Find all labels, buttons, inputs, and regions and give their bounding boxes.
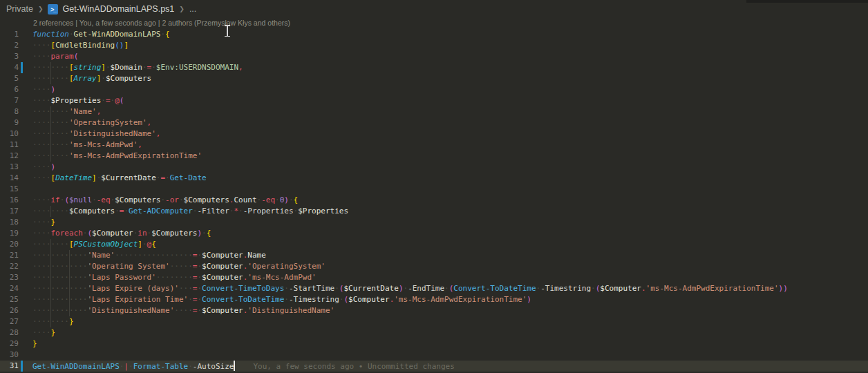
code-line[interactable]: 9········'OperatingSystem',: [0, 117, 868, 128]
code-line[interactable]: 6····): [0, 84, 868, 95]
line-number[interactable]: 23: [0, 272, 19, 283]
code-text[interactable]: ········'ms-Mcs-AdmPwd',: [23, 140, 868, 151]
indent-guide: [50, 283, 51, 294]
line-number[interactable]: 18: [0, 217, 19, 228]
line-number[interactable]: 30: [0, 350, 19, 361]
code-text[interactable]: [23, 184, 868, 195]
line-number[interactable]: 29: [0, 338, 19, 350]
code-text[interactable]: ····): [23, 162, 868, 173]
code-line[interactable]: 27········}: [0, 316, 868, 327]
line-number[interactable]: 10: [0, 128, 19, 140]
line-number[interactable]: 12: [0, 151, 19, 162]
code-text[interactable]: ············'Name'·················=·$Co…: [23, 250, 868, 261]
code-line[interactable]: 18····}: [0, 217, 868, 228]
line-number[interactable]: 15: [0, 184, 19, 195]
code-text[interactable]: ····$Properties·=·@(: [23, 95, 868, 106]
code-line[interactable]: 29}: [0, 338, 868, 350]
line-number[interactable]: 3: [0, 51, 19, 62]
code-text[interactable]: ········'DistinguishedName',: [23, 128, 868, 140]
code-text[interactable]: ············'Laps Expiration Time'·=·Con…: [23, 294, 868, 305]
code-line[interactable]: 24············'Laps Expire (days)'···=·C…: [0, 283, 868, 294]
breadcrumb-file[interactable]: Get-WinADDomainLAPS.ps1: [62, 4, 174, 14]
code-line[interactable]: 20········[PSCustomObject]·@{: [0, 239, 868, 250]
breadcrumb-folder[interactable]: Private: [6, 4, 33, 14]
code-line[interactable]: 17········$Computers·=·Get-ADComputer·-F…: [0, 206, 868, 217]
code-text[interactable]: function·Get-WinADDomainLAPS·{: [23, 29, 868, 40]
code-line[interactable]: 3····param(: [0, 51, 868, 62]
line-number[interactable]: 4: [0, 62, 19, 73]
breadcrumb-symbol[interactable]: ...: [189, 4, 196, 14]
code-text[interactable]: ····foreach·($Computer·in·$Computers)·{: [23, 228, 868, 239]
code-line[interactable]: 13····): [0, 162, 868, 173]
code-text[interactable]: Get-WinADDomainLAPS·|·Format-Table·-Auto…: [23, 361, 868, 372]
code-text[interactable]: ····param(: [23, 51, 868, 62]
code-line[interactable]: 26············'DistinguishedName'····=·$…: [0, 305, 868, 316]
line-number[interactable]: 1: [0, 29, 19, 40]
code-text[interactable]: ····}: [23, 327, 868, 338]
code-text[interactable]: ········[Array]·$Computers: [23, 73, 868, 84]
line-number[interactable]: 2: [0, 40, 19, 51]
code-text[interactable]: [23, 350, 868, 361]
code-line[interactable]: 7····$Properties·=·@(: [0, 95, 868, 106]
code-line[interactable]: 1function·Get-WinADDomainLAPS·{: [0, 29, 868, 40]
code-text[interactable]: ····if·($null·-eq·$Computers·-or·$Comput…: [23, 195, 868, 206]
code-text[interactable]: ········'OperatingSystem',: [23, 117, 868, 128]
code-line[interactable]: 11········'ms-Mcs-AdmPwd',: [0, 140, 868, 151]
code-line[interactable]: 16····if·($null·-eq·$Computers·-or·$Comp…: [0, 195, 868, 206]
codelens[interactable]: 2 references | You, a few seconds ago | …: [0, 18, 868, 29]
code-line[interactable]: 30: [0, 350, 868, 361]
code-line[interactable]: 5········[Array]·$Computers: [0, 73, 868, 84]
code-line[interactable]: 31Get-WinADDomainLAPS·|·Format-Table·-Au…: [0, 361, 868, 372]
code-text[interactable]: ····[CmdletBinding()]: [23, 40, 868, 51]
code-line[interactable]: 22············'Operating System'·····=·$…: [0, 261, 868, 272]
line-number[interactable]: 14: [0, 173, 19, 184]
code-text[interactable]: ········}: [23, 316, 868, 327]
code-text[interactable]: }: [23, 338, 868, 350]
line-number[interactable]: 16: [0, 195, 19, 206]
code-line[interactable]: 10········'DistinguishedName',: [0, 128, 868, 140]
code-text[interactable]: ········'Name',: [23, 106, 868, 117]
line-number[interactable]: 13: [0, 162, 19, 173]
line-number[interactable]: 7: [0, 95, 19, 106]
code-text[interactable]: ············'Laps Expire (days)'···=·Con…: [23, 283, 868, 294]
code-line[interactable]: 8········'Name',: [0, 106, 868, 117]
line-number[interactable]: 26: [0, 305, 19, 316]
code-line[interactable]: 4········[string]·$Domain·=·$Env:USERDNS…: [0, 62, 868, 73]
code-line[interactable]: 25············'Laps Expiration Time'·=·C…: [0, 294, 868, 305]
code-text[interactable]: ········[PSCustomObject]·@{: [23, 239, 868, 250]
line-number[interactable]: 25: [0, 294, 19, 305]
code-text[interactable]: ········'ms-Mcs-AdmPwdExpirationTime': [23, 151, 868, 162]
line-number[interactable]: 8: [0, 106, 19, 117]
code-line[interactable]: 28····}: [0, 327, 868, 338]
line-number[interactable]: 21: [0, 250, 19, 261]
line-number[interactable]: 11: [0, 140, 19, 151]
line-number[interactable]: 17: [0, 206, 19, 217]
code-line[interactable]: 23············'Laps Password'········=·$…: [0, 272, 868, 283]
code-line[interactable]: 21············'Name'·················=·$…: [0, 250, 868, 261]
line-number[interactable]: 9: [0, 117, 19, 128]
code-text[interactable]: ········$Computers·=·Get-ADComputer·-Fil…: [23, 206, 868, 217]
code-text[interactable]: ····[DateTime]·$CurrentDate·=·Get-Date: [23, 173, 868, 184]
breadcrumb[interactable]: Private ❯ >_ Get-WinADDomainLAPS.ps1 ❯ .…: [0, 0, 868, 18]
line-number[interactable]: 22: [0, 261, 19, 272]
code-line[interactable]: 12········'ms-Mcs-AdmPwdExpirationTime': [0, 151, 868, 162]
line-number[interactable]: 5: [0, 73, 19, 84]
line-number[interactable]: 6: [0, 84, 19, 95]
code-line[interactable]: 15: [0, 184, 868, 195]
code-text[interactable]: ····}: [23, 217, 868, 228]
indent-guide: [69, 294, 70, 305]
code-text[interactable]: ····): [23, 84, 868, 95]
line-number[interactable]: 19: [0, 228, 19, 239]
line-number[interactable]: 24: [0, 283, 19, 294]
line-number[interactable]: 28: [0, 327, 19, 338]
line-number[interactable]: 31: [0, 361, 19, 372]
code-text[interactable]: ············'Operating System'·····=·$Co…: [23, 261, 868, 272]
code-text[interactable]: ········[string]·$Domain·=·$Env:USERDNSD…: [23, 62, 868, 73]
code-text[interactable]: ············'Laps Password'········=·$Co…: [23, 272, 868, 283]
line-number[interactable]: 27: [0, 316, 19, 327]
code-line[interactable]: 14····[DateTime]·$CurrentDate·=·Get-Date: [0, 173, 868, 184]
code-line[interactable]: 19····foreach·($Computer·in·$Computers)·…: [0, 228, 868, 239]
code-line[interactable]: 2····[CmdletBinding()]: [0, 40, 868, 51]
line-number[interactable]: 20: [0, 239, 19, 250]
code-text[interactable]: ············'DistinguishedName'····=·$Co…: [23, 305, 868, 316]
